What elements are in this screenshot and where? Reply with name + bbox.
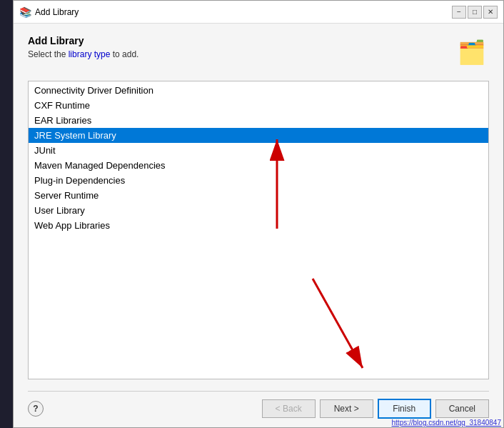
header-icon: 🗂️ [455, 35, 489, 69]
dialog-title: Add Library [28, 35, 455, 46]
watermark: https://blog.csdn.net/qq_31840847 [392, 419, 501, 427]
library-list: Connectivity Driver DefinitionCXF Runtim… [29, 81, 488, 234]
title-bar: 📚 Add Library − □ ✕ [14, 1, 503, 24]
minimize-button[interactable]: − [452, 6, 466, 19]
dialog-header: Add Library Select the library type to a… [28, 35, 489, 69]
library-item[interactable]: JUnit [29, 143, 488, 158]
library-list-container[interactable]: Connectivity Driver DefinitionCXF Runtim… [28, 81, 489, 379]
header-text-area: Add Library Select the library type to a… [28, 35, 455, 59]
dialog-body: Add Library Select the library type to a… [14, 24, 503, 427]
library-item[interactable]: CXF Runtime [29, 98, 488, 113]
library-item[interactable]: JRE System Library [29, 128, 488, 143]
subtitle-suffix: to add. [110, 49, 138, 59]
dialog-icon: 📚 [19, 6, 31, 18]
subtitle-prefix: Select the [28, 49, 69, 59]
cancel-button[interactable]: Cancel [435, 399, 489, 418]
finish-button[interactable]: Finish [378, 399, 431, 419]
next-button[interactable]: Next > [320, 399, 373, 418]
help-button[interactable]: ? [28, 401, 44, 417]
dialog-subtitle: Select the library type to add. [28, 49, 455, 59]
title-bar-controls: − □ ✕ [452, 6, 498, 19]
library-item[interactable]: Connectivity Driver Definition [29, 83, 488, 98]
library-item[interactable]: Plug-in Dependencies [29, 173, 488, 188]
library-item[interactable]: Server Runtime [29, 188, 488, 203]
close-button[interactable]: ✕ [483, 6, 498, 19]
library-item[interactable]: User Library [29, 203, 488, 218]
title-bar-left: 📚 Add Library [19, 6, 79, 18]
maximize-button[interactable]: □ [468, 6, 482, 19]
button-bar-left: ? [28, 401, 44, 417]
library-item[interactable]: Maven Managed Dependencies [29, 158, 488, 173]
back-button[interactable]: < Back [262, 399, 316, 418]
add-library-dialog: 📚 Add Library − □ ✕ Add Library Select t… [13, 0, 504, 428]
library-item[interactable]: EAR Libraries [29, 113, 488, 128]
editor-background [0, 0, 13, 428]
button-bar-right: < Back Next > Finish Cancel [262, 399, 489, 419]
title-bar-text: Add Library [35, 7, 79, 17]
library-item[interactable]: Web App Libraries [29, 218, 488, 233]
button-bar: ? < Back Next > Finish Cancel [28, 391, 489, 419]
subtitle-highlight: library type [69, 49, 111, 59]
